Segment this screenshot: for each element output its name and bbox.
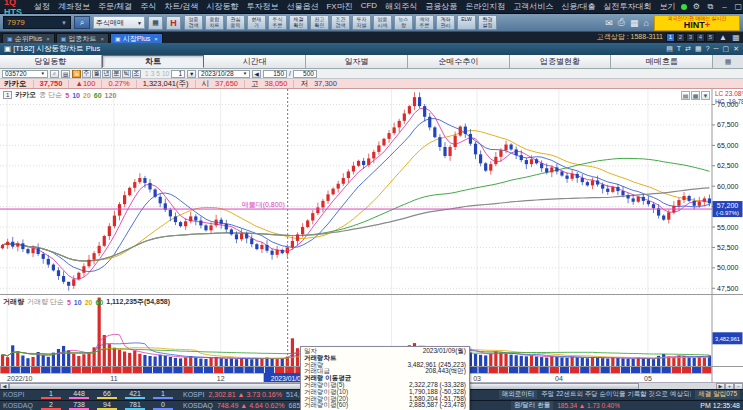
- tab-매매흐름[interactable]: 매매흐름: [611, 55, 713, 68]
- calculator-icon[interactable]: ▦: [630, 18, 639, 28]
- bar-total-input[interactable]: 500: [293, 70, 317, 78]
- tab-일자별[interactable]: 일자별: [306, 55, 408, 68]
- quick-code-input[interactable]: 7979▼: [3, 16, 71, 29]
- restore-icon[interactable]: ▢: [723, 45, 730, 53]
- search-button[interactable]: ⌕: [74, 16, 90, 29]
- font-icon[interactable]: T: [677, 45, 681, 53]
- chart-list-icon[interactable]: ▤: [61, 70, 70, 78]
- add-window-button[interactable]: ▦: [148, 16, 163, 30]
- menubar-item-신용/대출[interactable]: 신용/대출: [557, 1, 599, 12]
- tab-차트[interactable]: 차트: [102, 55, 205, 68]
- tab-당일동향[interactable]: 당일동향: [0, 55, 102, 68]
- menubar-item-보기[interactable]: 보기: [655, 1, 679, 12]
- period-button-분[interactable]: 분: [112, 70, 121, 78]
- chart-grid-icon[interactable]: ▦: [691, 91, 700, 100]
- pager-button-4[interactable]: 4: [696, 33, 705, 42]
- minute-option-3[interactable]: 3: [151, 70, 155, 77]
- menubar-item-투자정보[interactable]: 투자정보: [242, 1, 282, 12]
- tab-순매수추이[interactable]: 순매수추이: [408, 55, 510, 68]
- toolbar-button[interactable]: 업종 시세: [373, 15, 392, 30]
- toolbar-button[interactable]: 조건 검색: [331, 15, 350, 30]
- symbol-search-icon[interactable]: ⌕: [50, 70, 59, 78]
- toolbar-button[interactable]: 체결 확인: [289, 15, 308, 30]
- menubar-item-CFD[interactable]: CFD: [357, 1, 381, 12]
- menubar-item-금융상품[interactable]: 금융상품: [421, 1, 461, 12]
- menubar-item-고객서비스[interactable]: 고객서비스: [509, 1, 557, 12]
- main-chart[interactable]: 2022/1011120203040547,50050,00052,50055,…: [0, 89, 743, 389]
- trade-alert-button[interactable]: 체결 알림075: [695, 390, 740, 399]
- minimize-icon[interactable]: ─: [714, 45, 719, 53]
- toolbar-button[interactable]: 주식 주문: [268, 15, 287, 30]
- menubar-item-주문/체결[interactable]: 주문/체결: [94, 1, 136, 12]
- interval-input[interactable]: 1: [171, 70, 185, 78]
- window-tab-순위Plus[interactable]: ▣순위Plus×: [2, 33, 55, 43]
- maximize-icon[interactable]: ▢: [733, 2, 743, 11]
- tab-시간대[interactable]: 시간대: [204, 55, 306, 68]
- menubar-item-FX마진[interactable]: FX마진: [322, 1, 356, 12]
- pager-button-3[interactable]: 3: [686, 33, 695, 42]
- bar-count-input[interactable]: 150: [263, 70, 287, 78]
- close-icon[interactable]: ✕: [733, 45, 739, 53]
- window-tab-업종차트[interactable]: ▣업종차트×: [56, 33, 109, 43]
- period-button-일[interactable]: 일: [72, 70, 81, 78]
- menubar-item-해외주식[interactable]: 해외주식: [381, 1, 421, 12]
- minute-option-10[interactable]: 10: [162, 70, 169, 77]
- toolbar-button[interactable]: 계좌 관리: [436, 15, 455, 30]
- date-select[interactable]: 2023/10/28▼: [198, 70, 250, 78]
- close-tab-icon[interactable]: ×: [100, 36, 104, 42]
- toolbar-button[interactable]: ELW: [457, 15, 476, 30]
- account-select[interactable]: 주식매매▼: [93, 16, 145, 29]
- toolbar-button[interactable]: 관심 종목: [226, 15, 245, 30]
- close-tab-icon[interactable]: ×: [154, 36, 158, 42]
- chevron-down-icon[interactable]: ▼: [61, 20, 67, 26]
- period-button-초[interactable]: 초: [132, 70, 141, 78]
- tab-업종별현황[interactable]: 업종별현황: [510, 55, 612, 68]
- grid-icon[interactable]: ▦: [731, 33, 741, 42]
- interval-spinner[interactable]: ▼: [187, 70, 196, 78]
- tab-strip-options-icon[interactable]: ▦: [713, 55, 743, 68]
- print-icon[interactable]: ⎙: [618, 17, 625, 28]
- home-icon[interactable]: ⌂: [644, 18, 649, 28]
- toolbar-button[interactable]: 투자 자별: [352, 15, 371, 30]
- toolbar-button[interactable]: 종합 차트: [205, 15, 224, 30]
- status-right-text[interactable]: 주말 22센트의 주당 순이익을 기록할 것으로 예상되는 주 ∧: [541, 390, 691, 399]
- period-button-월[interactable]: 월: [92, 70, 101, 78]
- menubar-item-실전투자대회[interactable]: 실전투자대회: [599, 1, 655, 12]
- toolbar-button[interactable]: 예약 주문: [415, 15, 434, 30]
- swap-icon[interactable]: ⇄: [685, 45, 691, 53]
- window-titlebar[interactable]: ▣ [T182] 시장동향/차트 Plus ▤ T ⇄ ▦ ? ─ ▢ ✕: [0, 43, 743, 55]
- help-icon[interactable]: ?: [706, 45, 710, 53]
- menu-icon[interactable]: ▤: [666, 45, 673, 53]
- menubar-item-차트/검색[interactable]: 차트/검색: [160, 1, 202, 12]
- menubar-item-시장동향[interactable]: 시장동향: [202, 1, 242, 12]
- menubar-item-주식[interactable]: 주식: [136, 1, 160, 12]
- mail-icon[interactable]: ✉: [605, 18, 613, 28]
- toolbar-button[interactable]: 영웅 검색: [184, 15, 203, 30]
- date-prev-icon[interactable]: ◀: [252, 70, 261, 78]
- up-arrow-icon[interactable]: ▲: [718, 33, 728, 42]
- menubar-item-계좌정보[interactable]: 계좌정보: [54, 1, 94, 12]
- menubar-item-설정[interactable]: 설정: [30, 1, 54, 12]
- chart-collapse-icon[interactable]: ▼: [701, 91, 710, 100]
- minimize-icon[interactable]: –: [719, 2, 729, 11]
- toolbar-button[interactable]: 잔고 확인: [310, 15, 329, 30]
- menubar-item-선물옵션[interactable]: 선물옵션: [282, 1, 322, 12]
- minute-option-1[interactable]: 1: [145, 70, 149, 77]
- close-tab-icon[interactable]: ×: [46, 36, 50, 42]
- toolbar-button[interactable]: 현재 가: [247, 15, 266, 30]
- chart-settings-icon[interactable]: ▤: [681, 91, 690, 100]
- hint-shortcut-button[interactable]: H: [166, 16, 181, 30]
- window-tab-시장Plus[interactable]: ▣시장Plus×: [110, 33, 163, 43]
- toolbar-button[interactable]: 환경 설정: [478, 15, 497, 30]
- period-button-틱[interactable]: 틱: [122, 70, 131, 78]
- symbol-code-input[interactable]: 035720▼: [2, 70, 48, 78]
- hint-plus-banner[interactable]: 외국인/기관 매매는 실시간 HINT+: [654, 15, 740, 31]
- toolbar-button[interactable]: 뉴스 창: [394, 15, 413, 30]
- pager-button-2[interactable]: 2: [676, 33, 685, 42]
- pager-button-5[interactable]: 5: [706, 33, 715, 42]
- grid-icon[interactable]: ▦: [695, 45, 702, 53]
- resize-icon[interactable]: ⧉: [705, 2, 715, 12]
- menubar-item-온라인지점[interactable]: 온라인지점: [461, 1, 509, 12]
- period-button-주[interactable]: 주: [82, 70, 91, 78]
- minute-option-5[interactable]: 5: [156, 70, 160, 77]
